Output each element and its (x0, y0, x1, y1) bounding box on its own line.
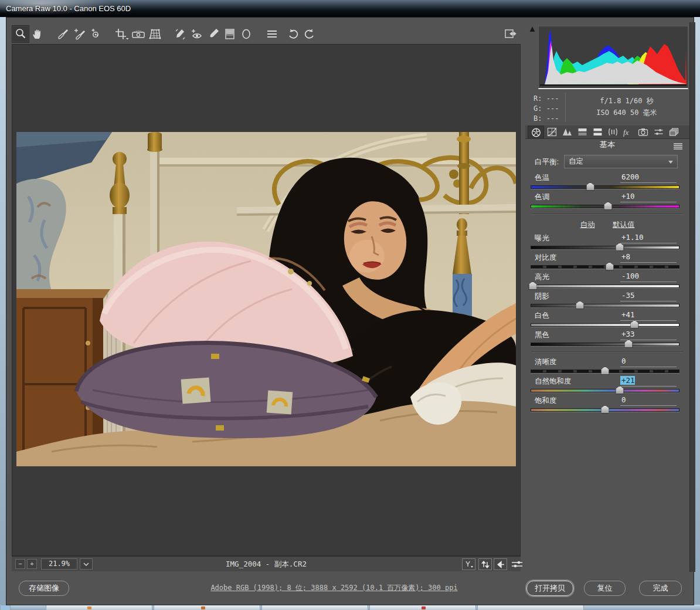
title-bar[interactable]: Camera Raw 10.0 - Canon EOS 60D (0, 0, 700, 18)
white-balance-label: 白平衡: (535, 157, 559, 167)
preferences-icon[interactable] (264, 26, 280, 42)
radial-filter-tool-icon[interactable] (238, 26, 254, 42)
panel-tabs: fx (525, 126, 689, 139)
adjustment-brush-tool-icon[interactable] (205, 26, 222, 42)
slider-thumb[interactable] (630, 320, 639, 328)
saturation-slider: 饱和度 0 (525, 395, 689, 415)
slider-thumb[interactable] (616, 243, 624, 251)
tab-detail[interactable] (559, 126, 575, 138)
highlights-slider: 高光 -100 (525, 272, 689, 291)
b-value: --- (546, 114, 559, 123)
histogram[interactable] (538, 26, 688, 89)
open-copy-button[interactable]: 打开拷贝 (526, 581, 573, 596)
tab-snapshots[interactable] (666, 126, 681, 138)
slider-thumb[interactable] (624, 340, 633, 348)
tab-presets[interactable] (651, 126, 666, 138)
tint-value[interactable]: +10 (620, 192, 677, 202)
toggle-fullscreen-icon[interactable] (502, 26, 518, 42)
shadow-clipping-warning-icon[interactable]: ▲ (526, 23, 538, 33)
slider-thumb[interactable] (576, 301, 585, 309)
contrast-slider: 对比度 +8 (525, 252, 689, 272)
whites-slider: 白色 +41 (525, 310, 689, 330)
white-balance-select[interactable]: 自定 (564, 155, 678, 168)
tab-hsl-grayscale[interactable] (575, 126, 590, 138)
slider-thumb[interactable] (605, 262, 614, 270)
swap-before-after-button[interactable] (478, 558, 492, 570)
red-eye-tool-icon[interactable] (189, 26, 205, 42)
filename-label: IMG_2004 - 副本.CR2 (12, 560, 521, 570)
background-window-fragment (154, 605, 260, 610)
background-window-fragment (477, 605, 584, 610)
slider-thumb[interactable] (586, 182, 594, 191)
color-sampler-tool-icon[interactable] (72, 26, 88, 42)
zoom-tool-icon[interactable] (12, 25, 29, 43)
rotate-right-icon[interactable] (301, 26, 318, 42)
svg-text:fx: fx (623, 128, 629, 137)
saturation-value[interactable]: 0 (620, 395, 677, 406)
tab-split-toning[interactable] (590, 126, 605, 138)
aperture-shutter-label: f/1.8 1/60 秒 (566, 95, 687, 107)
save-image-button[interactable]: 存储图像 (19, 581, 69, 596)
tab-lens-corrections[interactable] (605, 126, 620, 138)
blacks-value[interactable]: +33 (620, 330, 677, 340)
blacks-slider: 黑色 +33 (525, 330, 689, 349)
graduated-filter-tool-icon[interactable] (222, 26, 238, 42)
svg-text:Y: Y (465, 560, 470, 568)
preview-preferences-icon[interactable] (510, 558, 524, 570)
whites-value[interactable]: +41 (620, 310, 677, 321)
slider-thumb[interactable] (604, 202, 613, 210)
auto-link[interactable]: 自动 (580, 221, 595, 229)
photo-preview[interactable] (16, 132, 516, 466)
crop-tool-icon[interactable] (114, 26, 130, 42)
vibrance-value[interactable]: +21 (620, 376, 677, 387)
divider (531, 351, 684, 353)
hand-tool-icon[interactable] (29, 26, 46, 42)
targeted-adjustment-tool-icon[interactable] (88, 26, 104, 42)
slider-thumb[interactable] (528, 282, 537, 290)
vibrance-slider: 自然饱和度 +21 (525, 376, 689, 395)
temperature-slider: 色温 6200 (525, 172, 689, 192)
background-window-fragment (0, 605, 11, 610)
toolbar (12, 25, 521, 43)
spot-removal-tool-icon[interactable] (172, 26, 189, 42)
tab-basic[interactable] (528, 126, 544, 138)
tab-camera-calibration[interactable] (636, 126, 651, 138)
g-value: --- (546, 104, 559, 113)
exposure-value[interactable]: +1.10 (620, 233, 677, 243)
tint-slider: 色调 +10 (525, 192, 689, 211)
slider-thumb[interactable] (601, 405, 610, 414)
chevron-down-icon (668, 161, 673, 164)
panel-title: 基本 (525, 139, 689, 151)
copy-settings-to-before-button[interactable] (494, 558, 507, 570)
exif-readout: R: --- G: --- B: --- f/1.8 1/60 秒 ISO 64… (525, 90, 689, 126)
workflow-options-link[interactable]: Adobe RGB (1998); 8 位; 3888 x 2592 (10.1… (188, 583, 481, 593)
slider-thumb[interactable] (616, 386, 624, 394)
tab-effects[interactable]: fx (620, 126, 636, 138)
shadows-value[interactable]: -35 (620, 291, 677, 301)
preview-mode-button[interactable]: Y (462, 558, 475, 570)
clarity-slider: 清晰度 0 (525, 357, 689, 376)
rotate-left-icon[interactable] (285, 26, 301, 42)
highlights-value[interactable]: -100 (620, 272, 677, 282)
background-window-fragment (46, 605, 152, 610)
status-bar: − + 21.9% IMG_2004 - 副本.CR2 Y (12, 556, 521, 571)
panel-menu-icon[interactable] (674, 141, 682, 152)
r-value: --- (546, 94, 559, 103)
panel-scrollbar[interactable] (689, 22, 695, 572)
contrast-value[interactable]: +8 (620, 252, 677, 263)
tab-tone-curve[interactable] (544, 126, 559, 138)
done-button[interactable]: 完成 (639, 581, 682, 596)
background-window-fragment (261, 605, 368, 610)
slider-thumb[interactable] (601, 367, 610, 375)
window-frame-left (0, 17, 6, 605)
clarity-value[interactable]: 0 (620, 357, 677, 367)
temperature-value[interactable]: 6200 (620, 172, 677, 183)
transform-tool-icon[interactable] (147, 26, 163, 42)
background-window-fragment (369, 605, 476, 610)
adjustments-panel: ▲ ▲ R: --- G: --- B: --- f/1.8 1/60 秒 IS… (525, 21, 689, 572)
straighten-tool-icon[interactable] (130, 26, 147, 42)
default-link[interactable]: 默认值 (613, 221, 635, 229)
divider (531, 214, 684, 215)
white-balance-tool-icon[interactable] (55, 26, 72, 42)
reset-button[interactable]: 复位 (584, 581, 626, 596)
